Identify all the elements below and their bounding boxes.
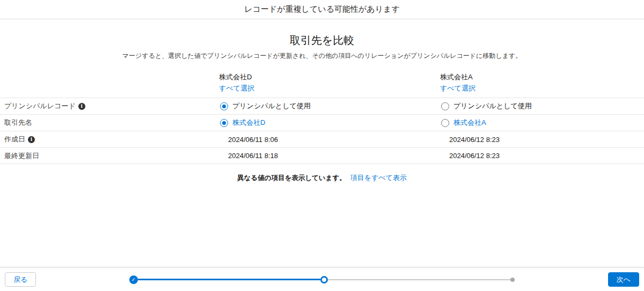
modified-date-right: 2024/06/12 8:23 [449,152,500,160]
select-all-right-link[interactable]: すべて選択 [440,84,475,93]
table-row-account-name: 取引先名 株式会社D 株式会社A [0,114,644,131]
radio-principal-left[interactable] [220,102,228,110]
progress-indicator: ✓ [129,275,515,284]
radio-principal-right[interactable] [441,102,449,110]
duplicate-banner-title: レコードが重複している可能性があります [244,4,400,14]
back-button[interactable]: 戻る [5,272,36,287]
different-fields-note: 異なる値の項目を表示しています。項目をすべて表示 [0,173,644,183]
compare-table: プリンシパルレコード i プリンシパルとして使用 プリンシパルとして使用 取引先… [0,98,644,164]
account-link-right[interactable]: 株式会社A [453,118,486,128]
step-upcoming-icon [510,278,515,282]
next-button[interactable]: 次へ [608,272,639,287]
progress-segment-done [138,279,320,280]
page-subtitle: マージすると、選択した値でプリンシパルレコードが更新され、その他の項目へのリレー… [0,51,644,61]
duplicate-banner: レコードが重複している可能性があります [0,0,644,19]
progress-segment-todo [328,279,510,280]
footer-bar: 戻る ✓ 次へ [0,267,644,291]
account-link-left[interactable]: 株式会社D [232,118,265,128]
row-label: プリンシパルレコード [4,101,76,111]
note-text: 異なる値の項目を表示しています。 [237,174,346,182]
created-date-left: 2024/06/11 8:06 [228,136,278,144]
radio-label: プリンシパルとして使用 [453,101,532,111]
radio-label: プリンシパルとして使用 [232,101,311,111]
column-header-right: 株式会社A すべて選択 [436,72,644,93]
info-icon[interactable]: i [28,136,35,143]
compare-panel: 取引先を比較 マージすると、選択した値でプリンシパルレコードが更新され、その他の… [0,19,644,267]
radio-name-left[interactable] [220,119,228,127]
show-all-fields-link[interactable]: 項目をすべて表示 [350,174,407,182]
record-name-right: 株式会社A [440,72,644,82]
page-title: 取引先を比較 [0,33,644,48]
row-label: 取引先名 [4,118,32,128]
created-date-right: 2024/06/12 8:23 [449,136,500,144]
column-headers: 株式会社D すべて選択 株式会社A すべて選択 [0,72,644,93]
step-complete-icon: ✓ [129,275,138,284]
table-row-created-date: 作成日 i 2024/06/11 8:06 2024/06/12 8:23 [0,131,644,147]
radio-name-right[interactable] [441,119,449,127]
record-name-left: 株式会社D [219,72,436,82]
table-row-last-modified: 最終更新日 2024/06/11 8:18 2024/06/12 8:23 [0,147,644,164]
step-current-icon [320,276,328,283]
table-row-principal: プリンシパルレコード i プリンシパルとして使用 プリンシパルとして使用 [0,98,644,114]
column-header-left: 株式会社D すべて選択 [215,72,436,93]
select-all-left-link[interactable]: すべて選択 [219,84,254,93]
modified-date-left: 2024/06/11 8:18 [228,152,278,160]
info-icon[interactable]: i [78,103,85,110]
row-label: 作成日 [4,135,25,144]
row-label: 最終更新日 [4,151,39,161]
